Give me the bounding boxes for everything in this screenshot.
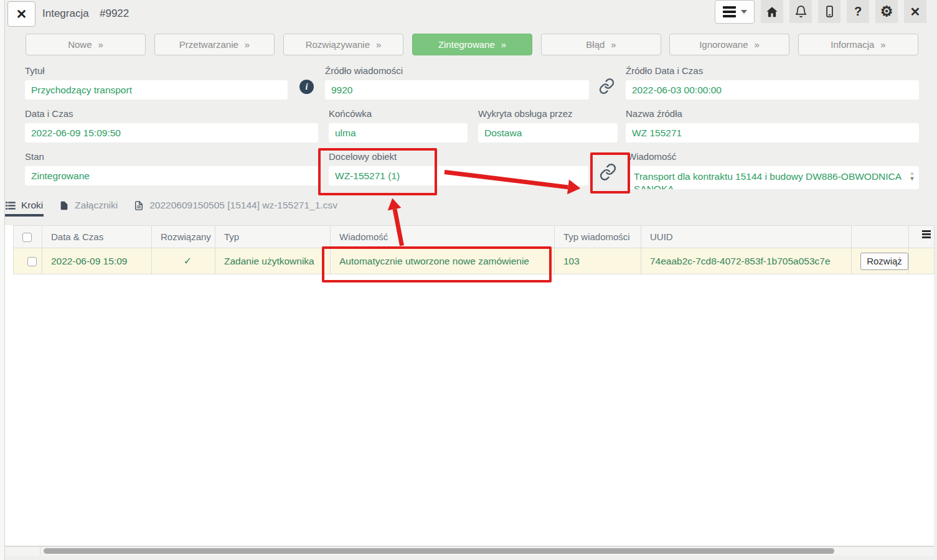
table-menu-icon[interactable] xyxy=(922,229,931,240)
resolve-button[interactable]: Rozwiąż xyxy=(860,253,908,270)
cell-typ-wiadomosci: 103 xyxy=(555,248,641,274)
help-button[interactable]: ? xyxy=(847,0,869,23)
bell-icon xyxy=(794,5,808,18)
textarea-scrollbar[interactable]: ▲ ▼ xyxy=(908,170,916,182)
field-label: Wykryta obsługa przez xyxy=(478,108,618,119)
wiadomosc-textarea[interactable]: Transport dla kontraktu 15144 i budowy D… xyxy=(628,166,919,189)
chevrons-right-icon: » xyxy=(611,39,616,50)
status-button-informacja[interactable]: Informacja » xyxy=(798,34,918,55)
list-icon xyxy=(5,200,16,211)
status-button-przetwarzanie[interactable]: Przetwarzanie » xyxy=(154,34,275,55)
field-label: Wiadomość xyxy=(628,151,919,162)
chevrons-right-icon: » xyxy=(501,39,506,50)
column-header-wiadomosc: Wiadomość xyxy=(331,226,555,248)
field-zrodlo-data-czas: Źródło Data i Czas xyxy=(626,65,919,100)
scrollbar-corner xyxy=(5,546,40,556)
file-text-icon xyxy=(134,200,144,211)
close-icon: ✕ xyxy=(910,4,921,19)
field-label: Tytuł xyxy=(25,65,288,76)
field-zrodlo-wiadomosci: Źródło wiadomości xyxy=(325,65,589,100)
scroll-down-icon[interactable]: ▼ xyxy=(908,176,916,182)
field-label: Źródło Data i Czas xyxy=(626,65,919,76)
tab-bar: Kroki Załączniki 20220609150505 [15144] … xyxy=(5,195,337,216)
tytul-input[interactable] xyxy=(25,80,288,100)
tab-csv-file[interactable]: 20220609150505 [15144] wz-155271_1.csv xyxy=(134,200,337,211)
help-icon: ? xyxy=(854,4,862,19)
check-icon: ✓ xyxy=(184,256,192,266)
left-edge-panel xyxy=(0,0,5,560)
tab-kroki[interactable]: Kroki xyxy=(5,200,43,211)
annotation-box-link-icon xyxy=(590,152,630,194)
field-label: Końcówka xyxy=(329,108,468,119)
status-button-ignorowane[interactable]: Ignorowane » xyxy=(669,34,789,55)
hamburger-icon xyxy=(723,4,736,19)
chevrons-right-icon: » xyxy=(880,39,885,50)
cell-typ: Zadanie użytkownika xyxy=(215,248,331,274)
column-header-data-czas: Data & Czas xyxy=(42,226,152,248)
field-koncowka: Końcówka xyxy=(329,108,468,142)
table-header-row: Data & Czas Rozwiązany Typ Wiadomość Typ… xyxy=(14,226,935,248)
mobile-button[interactable] xyxy=(818,0,840,23)
notifications-button[interactable] xyxy=(789,0,812,23)
home-button[interactable] xyxy=(761,0,783,23)
chevrons-right-icon: » xyxy=(376,39,381,50)
chevrons-right-icon: » xyxy=(245,39,250,50)
chevrons-right-icon: » xyxy=(98,39,103,50)
zrodlo-wiadomosci-input[interactable] xyxy=(325,80,589,100)
status-button-zintegrowane[interactable]: Zintegrowane » xyxy=(412,34,532,55)
source-link-icon[interactable] xyxy=(599,78,614,94)
cell-menu xyxy=(909,248,935,274)
settings-button[interactable]: ⚙ xyxy=(875,0,898,23)
koncowka-input[interactable] xyxy=(329,123,468,142)
field-label: Data i Czas xyxy=(25,108,318,119)
data-czas-input[interactable] xyxy=(25,123,318,142)
field-wykryta-obsluga: Wykryta obsługa przez xyxy=(478,108,618,142)
integration-detail-window: ✕ Integracja #9922 ? ⚙ ✕ Nowe » Przetwar… xyxy=(0,0,937,560)
field-label: Stan xyxy=(25,151,318,162)
annotation-box-target-object xyxy=(318,148,437,195)
row-checkbox[interactable] xyxy=(27,257,37,266)
field-wiadomosc: Wiadomość Transport dla kontraktu 15144 … xyxy=(628,151,919,189)
field-data-czas: Data i Czas xyxy=(25,108,318,142)
home-icon xyxy=(765,5,779,19)
column-header-menu xyxy=(909,226,935,248)
chevrons-right-icon: » xyxy=(755,39,760,50)
file-icon xyxy=(59,200,69,211)
zrodlo-data-czas-input[interactable] xyxy=(626,80,919,100)
tab-zalaczniki[interactable]: Załączniki xyxy=(59,200,118,211)
field-label: Nazwa źródła xyxy=(626,108,919,119)
active-tab-underline xyxy=(5,214,44,217)
close-record-button[interactable]: ✕ xyxy=(7,1,35,27)
field-tytul: Tytuł xyxy=(25,65,288,100)
column-header-uuid: UUID xyxy=(641,226,852,248)
column-header-actions xyxy=(852,226,909,248)
field-label: Źródło wiadomości xyxy=(325,65,589,76)
chevron-down-icon xyxy=(741,10,747,14)
horizontal-scrollbar-thumb[interactable] xyxy=(44,548,834,554)
annotation-box-message-cell xyxy=(322,246,552,282)
stan-input[interactable] xyxy=(25,166,318,185)
status-button-blad[interactable]: Błąd » xyxy=(541,34,661,55)
mobile-icon xyxy=(823,5,836,18)
field-stan: Stan xyxy=(25,151,318,185)
cell-data-czas: 2022-06-09 15:09 xyxy=(42,248,152,274)
status-button-rozwiazywanie[interactable]: Rozwiązywanie » xyxy=(283,34,403,55)
column-header-rozwiazany: Rozwiązany xyxy=(152,226,215,248)
column-header-typ: Typ xyxy=(215,226,331,248)
menu-button[interactable] xyxy=(715,0,755,24)
field-nazwa-zrodla: Nazwa źródła xyxy=(626,108,919,142)
wykryta-obsluga-input[interactable] xyxy=(478,123,618,142)
record-id: #9922 xyxy=(100,7,129,20)
gear-icon: ⚙ xyxy=(880,3,893,20)
status-button-nowe[interactable]: Nowe » xyxy=(26,34,146,55)
column-header-typ-wiadomosci: Typ wiadomości xyxy=(555,226,641,248)
page-title: Integracja xyxy=(42,7,89,20)
cell-uuid: 74eaab2c-7cd8-4072-853f-1b705a053c7e xyxy=(641,248,852,274)
select-all-checkbox[interactable] xyxy=(22,233,32,242)
info-icon[interactable]: i xyxy=(299,80,314,94)
close-window-button[interactable]: ✕ xyxy=(904,0,926,23)
nazwa-zrodla-input[interactable] xyxy=(626,123,919,142)
